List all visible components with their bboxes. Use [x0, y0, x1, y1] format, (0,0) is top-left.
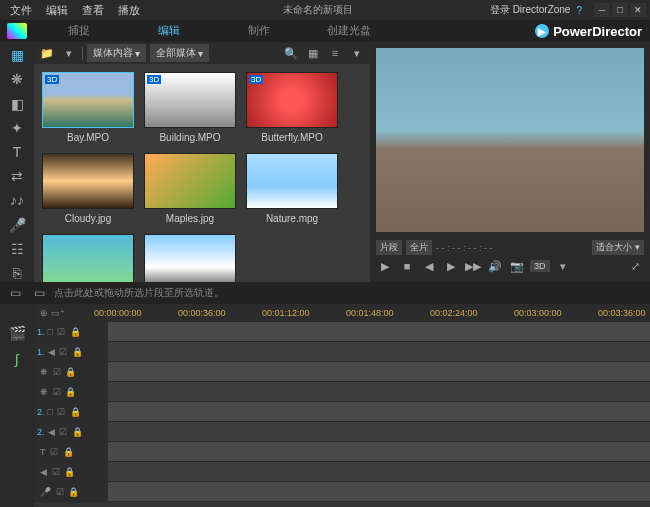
track-lock-icon[interactable]: 🔒 — [68, 486, 79, 497]
track-lane[interactable] — [108, 462, 650, 481]
track-lane[interactable] — [108, 382, 650, 401]
ruler-mark: 00:02:24:00 — [430, 308, 478, 318]
next-frame-button[interactable]: ▶ — [442, 257, 460, 275]
tab-capture[interactable]: 捕捉 — [34, 19, 124, 43]
import-menu[interactable]: ▾ — [60, 44, 78, 62]
tool-chapter[interactable]: ☷ — [6, 240, 28, 258]
track-visible-icon[interactable]: ☑ — [56, 406, 67, 417]
timeline-track[interactable]: ❋☑🔒 — [34, 382, 650, 402]
preview-full-dropdown[interactable]: 全片 — [406, 240, 432, 255]
preview-3d-button[interactable]: 3D — [530, 260, 550, 272]
track-lock-icon[interactable]: 🔒 — [65, 366, 76, 377]
timeline-track[interactable]: 1.◀☑🔒 — [34, 342, 650, 362]
preview-fit-dropdown[interactable]: 适合大小 ▾ — [592, 240, 644, 255]
tool-voice[interactable]: 🎤 — [6, 215, 28, 233]
track-lane[interactable] — [108, 342, 650, 361]
track-header: 1.□☑🔒 — [34, 322, 108, 341]
badge-3d: 3D — [147, 75, 161, 84]
menu-view[interactable]: 查看 — [76, 1, 110, 20]
preview-clip-dropdown[interactable]: 片段 — [376, 240, 402, 255]
prev-frame-button[interactable]: ◀ — [420, 257, 438, 275]
tool-audio-mix[interactable]: ♪♪ — [6, 191, 28, 209]
maximize-button[interactable]: □ — [612, 3, 628, 17]
track-visible-icon[interactable]: ☑ — [54, 486, 65, 497]
media-type-dropdown[interactable]: 媒体内容 ▾ — [87, 44, 146, 62]
tool-pip[interactable]: ◧ — [6, 94, 28, 112]
track-visible-icon[interactable]: ☑ — [50, 466, 61, 477]
ruler-mark: 00:01:48:00 — [346, 308, 394, 318]
view-grid-icon[interactable]: ▦ — [304, 44, 322, 62]
tool-media[interactable]: ▦ — [6, 46, 28, 64]
track-lock-icon[interactable]: 🔒 — [70, 406, 81, 417]
timeline-track[interactable]: 1.□☑🔒 — [34, 322, 650, 342]
timeline-track[interactable]: 🎤☑🔒 — [34, 482, 650, 502]
login-link[interactable]: 登录 DirectorZone — [490, 3, 571, 17]
track-visible-icon[interactable]: ☑ — [56, 326, 67, 337]
media-thumbnail[interactable] — [144, 234, 236, 282]
track-lane[interactable] — [108, 422, 650, 441]
close-button[interactable]: ✕ — [630, 3, 646, 17]
preview-window[interactable] — [376, 48, 644, 232]
timeline-view2-button[interactable]: ▭ — [30, 284, 48, 302]
media-thumbnail[interactable]: 3DBay.MPO — [42, 72, 134, 143]
track-visible-icon[interactable]: ☑ — [51, 366, 62, 377]
media-thumbnail[interactable]: 3DBuilding.MPO — [144, 72, 236, 143]
track-lock-icon[interactable]: 🔒 — [70, 326, 81, 337]
stop-button[interactable]: ■ — [398, 257, 416, 275]
media-thumbnail[interactable]: Cloudy.jpg — [42, 153, 134, 224]
undock-button[interactable]: ⤢ — [626, 257, 644, 275]
track-lock-icon[interactable]: 🔒 — [63, 446, 74, 457]
track-lock-icon[interactable]: 🔒 — [72, 346, 83, 357]
track-lane[interactable] — [108, 402, 650, 421]
track-visible-icon[interactable]: ☑ — [58, 426, 69, 437]
track-lane[interactable] — [108, 322, 650, 341]
tool-effects[interactable]: ❋ — [6, 70, 28, 88]
search-icon[interactable]: 🔍 — [282, 44, 300, 62]
menu-edit[interactable]: 编辑 — [40, 1, 74, 20]
track-visible-icon[interactable]: ☑ — [49, 446, 60, 457]
preview-options-button[interactable]: ▾ — [554, 257, 572, 275]
fast-forward-button[interactable]: ▶▶ — [464, 257, 482, 275]
timeline-tool-magic[interactable]: ∫ — [6, 348, 28, 370]
import-button[interactable]: 📁 — [38, 44, 56, 62]
track-lane[interactable] — [108, 362, 650, 381]
track-visible-icon[interactable]: ☑ — [51, 386, 62, 397]
tool-particles[interactable]: ✦ — [6, 119, 28, 137]
menu-play[interactable]: 播放 — [112, 1, 146, 20]
timeline-track[interactable]: 2.◀☑🔒 — [34, 422, 650, 442]
track-lock-icon[interactable]: 🔒 — [65, 386, 76, 397]
timeline-track[interactable]: 2.□☑🔒 — [34, 402, 650, 422]
timeline-view1-button[interactable]: ▭ — [6, 284, 24, 302]
media-library-grid[interactable]: 3DBay.MPO3DBuilding.MPO3DButterfly.MPOCl… — [34, 64, 370, 282]
tab-produce[interactable]: 制作 — [214, 19, 304, 43]
volume-button[interactable]: 🔊 — [486, 257, 504, 275]
track-visible-icon[interactable]: ☑ — [58, 346, 69, 357]
timeline-tool-wizard[interactable]: 🎬 — [6, 322, 28, 344]
track-lock-icon[interactable]: 🔒 — [64, 466, 75, 477]
timeline-ruler[interactable]: ⊕ ▭⁺ 00:00:00:0000:00:36:0000:01:12:0000… — [34, 304, 650, 322]
play-button[interactable]: ▶ — [376, 257, 394, 275]
media-thumbnail[interactable] — [42, 234, 134, 282]
tab-create-disc[interactable]: 创建光盘 — [304, 19, 394, 43]
tab-edit[interactable]: 编辑 — [124, 19, 214, 43]
snapshot-button[interactable]: 📷 — [508, 257, 526, 275]
media-thumbnail[interactable]: 3DButterfly.MPO — [246, 72, 338, 143]
view-menu-icon[interactable]: ≡ — [326, 44, 344, 62]
menu-file[interactable]: 文件 — [4, 1, 38, 20]
tool-title[interactable]: T — [6, 143, 28, 161]
tool-transition[interactable]: ⇄ — [6, 167, 28, 185]
help-icon[interactable]: ? — [576, 5, 582, 16]
track-lane[interactable] — [108, 482, 650, 501]
timeline-track[interactable]: T☑🔒 — [34, 442, 650, 462]
media-filter-dropdown[interactable]: 全部媒体 ▾ — [150, 44, 209, 62]
timeline-track[interactable]: ◀☑🔒 — [34, 462, 650, 482]
tool-subtitle[interactable]: ⎘ — [6, 264, 28, 282]
media-thumbnail[interactable]: Nature.mpg — [246, 153, 338, 224]
timeline-track[interactable]: ❋☑🔒 — [34, 362, 650, 382]
library-menu-icon[interactable]: ▾ — [348, 44, 366, 62]
track-lock-icon[interactable]: 🔒 — [72, 426, 83, 437]
minimize-button[interactable]: ─ — [594, 3, 610, 17]
timeline-tracks[interactable]: 1.□☑🔒1.◀☑🔒❋☑🔒❋☑🔒2.□☑🔒2.◀☑🔒T☑🔒◀☑🔒🎤☑🔒 — [34, 322, 650, 507]
media-thumbnail[interactable]: Maples.jpg — [144, 153, 236, 224]
track-lane[interactable] — [108, 442, 650, 461]
